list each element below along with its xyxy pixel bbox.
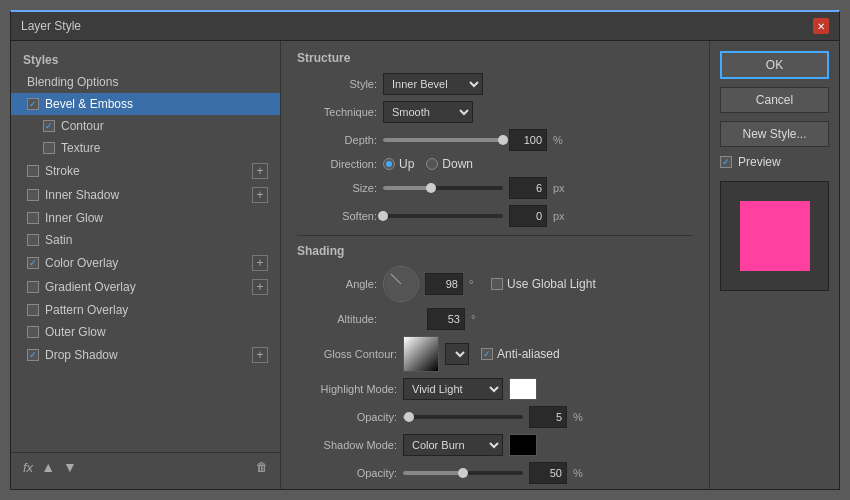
inner-glow-checkbox[interactable] — [27, 212, 39, 224]
sidebar-item-inner-glow[interactable]: Inner Glow — [11, 207, 280, 229]
soften-input[interactable] — [509, 205, 547, 227]
anti-aliased-option[interactable]: Anti-aliased — [481, 347, 560, 361]
ok-button[interactable]: OK — [720, 51, 829, 79]
sidebar-item-contour[interactable]: Contour — [11, 115, 280, 137]
stroke-add-btn[interactable]: + — [252, 163, 268, 179]
close-button[interactable]: ✕ — [813, 18, 829, 34]
shadow-opacity-input[interactable] — [529, 462, 567, 484]
global-light-checkbox[interactable] — [491, 278, 503, 290]
gloss-contour-preview[interactable] — [403, 336, 439, 372]
sidebar-item-stroke[interactable]: Stroke + — [11, 159, 280, 183]
highlight-opacity-slider[interactable] — [403, 415, 523, 419]
angle-row: Angle: ° Use Global Light — [297, 266, 693, 302]
direction-up-option[interactable]: Up — [383, 157, 414, 171]
outer-glow-checkbox[interactable] — [27, 326, 39, 338]
highlight-opacity-label: Opacity: — [297, 411, 397, 423]
highlight-mode-row: Highlight Mode: Vivid Light Normal Scree… — [297, 378, 693, 400]
inner-shadow-add-btn[interactable]: + — [252, 187, 268, 203]
color-overlay-add-btn[interactable]: + — [252, 255, 268, 271]
highlight-opacity-unit: % — [573, 411, 589, 423]
drop-shadow-add-btn[interactable]: + — [252, 347, 268, 363]
technique-label: Technique: — [297, 106, 377, 118]
gradient-overlay-add-btn[interactable]: + — [252, 279, 268, 295]
size-slider[interactable] — [383, 186, 503, 190]
depth-row: Depth: % — [297, 129, 693, 151]
contour-checkbox[interactable] — [43, 120, 55, 132]
sidebar-item-color-overlay[interactable]: Color Overlay + — [11, 251, 280, 275]
left-bottom-bar: fx ▲ ▼ 🗑 — [11, 452, 280, 481]
angle-wheel[interactable] — [383, 266, 419, 302]
stroke-checkbox[interactable] — [27, 165, 39, 177]
gradient-overlay-checkbox[interactable] — [27, 281, 39, 293]
technique-select[interactable]: Smooth Chisel Hard Chisel Soft — [383, 101, 473, 123]
sidebar-item-pattern-overlay[interactable]: Pattern Overlay — [11, 299, 280, 321]
down-label: Down — [442, 157, 473, 171]
down-radio[interactable] — [426, 158, 438, 170]
soften-unit: px — [553, 210, 569, 222]
inner-glow-label: Inner Glow — [45, 211, 103, 225]
sidebar-item-drop-shadow[interactable]: Drop Shadow + — [11, 343, 280, 367]
move-up-button[interactable]: ▲ — [41, 459, 55, 475]
dialog-title: Layer Style — [21, 19, 81, 33]
preview-checkbox[interactable] — [720, 156, 732, 168]
gloss-contour-select[interactable]: ▼ — [445, 343, 469, 365]
size-unit: px — [553, 182, 569, 194]
color-overlay-checkbox[interactable] — [27, 257, 39, 269]
direction-row: Direction: Up Down — [297, 157, 693, 171]
gloss-contour-row: Gloss Contour: ▼ Anti-aliased — [297, 336, 693, 372]
size-input[interactable] — [509, 177, 547, 199]
texture-checkbox[interactable] — [43, 142, 55, 154]
inner-shadow-checkbox[interactable] — [27, 189, 39, 201]
angle-unit: ° — [469, 278, 485, 290]
preview-checkbox-item[interactable]: Preview — [720, 155, 829, 169]
style-select[interactable]: Inner Bevel Outer Bevel Emboss Pillow Em… — [383, 73, 483, 95]
highlight-mode-select[interactable]: Vivid Light Normal Screen — [403, 378, 503, 400]
depth-slider[interactable] — [383, 138, 503, 142]
sidebar-item-gradient-overlay[interactable]: Gradient Overlay + — [11, 275, 280, 299]
delete-button[interactable]: 🗑 — [256, 460, 268, 474]
sidebar-item-outer-glow[interactable]: Outer Glow — [11, 321, 280, 343]
sidebar-item-inner-shadow[interactable]: Inner Shadow + — [11, 183, 280, 207]
highlight-color-swatch[interactable] — [509, 378, 537, 400]
inner-shadow-label: Inner Shadow — [45, 188, 119, 202]
sidebar-item-texture[interactable]: Texture — [11, 137, 280, 159]
altitude-input[interactable] — [427, 308, 465, 330]
direction-down-option[interactable]: Down — [426, 157, 473, 171]
bevel-emboss-label: Bevel & Emboss — [45, 97, 133, 111]
angle-input[interactable] — [425, 273, 463, 295]
preview-label: Preview — [738, 155, 781, 169]
shadow-mode-select[interactable]: Color Burn Normal Multiply — [403, 434, 503, 456]
shadow-color-swatch[interactable] — [509, 434, 537, 456]
satin-checkbox[interactable] — [27, 234, 39, 246]
shadow-mode-label: Shadow Mode: — [297, 439, 397, 451]
global-light-option[interactable]: Use Global Light — [491, 277, 596, 291]
stroke-label: Stroke — [45, 164, 80, 178]
sidebar-item-bevel-emboss[interactable]: Bevel & Emboss — [11, 93, 280, 115]
soften-row: Soften: px — [297, 205, 693, 227]
altitude-label: Altitude: — [297, 313, 377, 325]
cancel-button[interactable]: Cancel — [720, 87, 829, 113]
center-panel: Structure Style: Inner Bevel Outer Bevel… — [281, 41, 709, 489]
highlight-opacity-row: Opacity: % — [297, 406, 693, 428]
depth-input[interactable] — [509, 129, 547, 151]
shadow-opacity-row: Opacity: % — [297, 462, 693, 484]
shadow-opacity-unit: % — [573, 467, 589, 479]
divider1 — [297, 235, 693, 236]
move-down-button[interactable]: ▼ — [63, 459, 77, 475]
texture-label: Texture — [61, 141, 100, 155]
bevel-emboss-checkbox[interactable] — [27, 98, 39, 110]
highlight-opacity-input[interactable] — [529, 406, 567, 428]
shadow-opacity-slider[interactable] — [403, 471, 523, 475]
blending-options-item[interactable]: Blending Options — [11, 71, 280, 93]
pattern-overlay-checkbox[interactable] — [27, 304, 39, 316]
shadow-mode-row: Shadow Mode: Color Burn Normal Multiply — [297, 434, 693, 456]
drop-shadow-checkbox[interactable] — [27, 349, 39, 361]
sidebar-item-satin[interactable]: Satin — [11, 229, 280, 251]
up-radio[interactable] — [383, 158, 395, 170]
blending-options-label: Blending Options — [27, 75, 118, 89]
satin-label: Satin — [45, 233, 72, 247]
new-style-button[interactable]: New Style... — [720, 121, 829, 147]
anti-aliased-checkbox[interactable] — [481, 348, 493, 360]
shadow-opacity-label: Opacity: — [297, 467, 397, 479]
soften-slider[interactable] — [383, 214, 503, 218]
